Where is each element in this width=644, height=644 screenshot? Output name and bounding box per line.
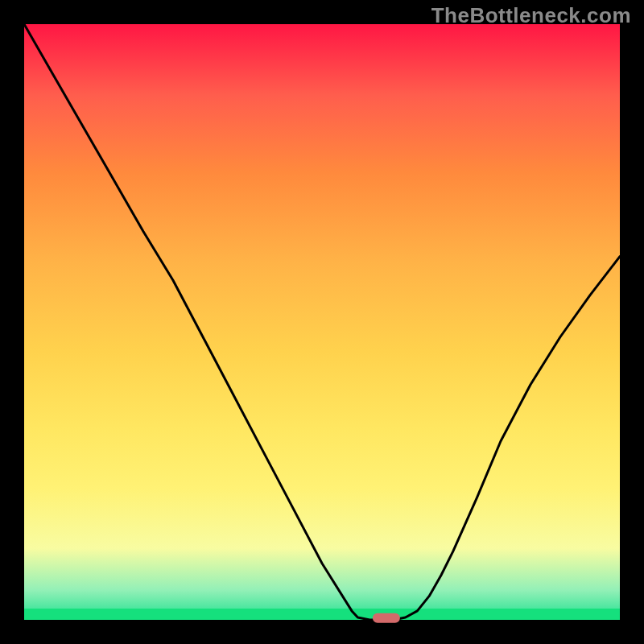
chart-green-floor	[24, 609, 620, 620]
optimal-point-marker	[373, 613, 400, 623]
chart-gradient-bg	[24, 24, 620, 620]
chart-stage: TheBottleneck.com	[0, 0, 644, 644]
bottleneck-chart-svg	[0, 0, 644, 644]
watermark-text: TheBottleneck.com	[431, 3, 631, 28]
